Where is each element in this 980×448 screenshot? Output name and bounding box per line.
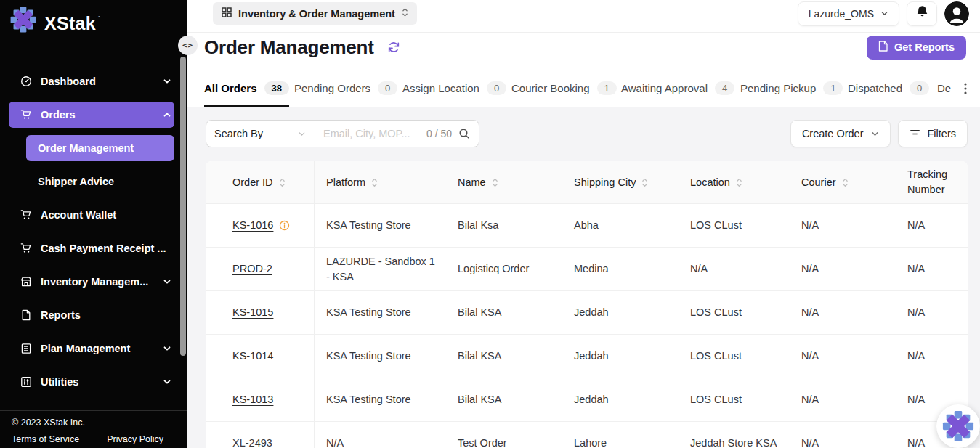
tab-count-badge: 1 <box>823 81 843 95</box>
sidebar-scrollbar[interactable] <box>180 57 186 356</box>
tab-label: Awaiting Approval <box>621 82 708 94</box>
avatar[interactable] <box>944 1 969 26</box>
cell-shipping-city: Jeddah <box>562 335 679 378</box>
page-title: Order Management <box>204 36 374 59</box>
privacy-link[interactable]: Privacy Policy <box>107 434 163 444</box>
orders-table: Order IDPlatformNameShipping CityLocatio… <box>206 161 968 448</box>
cell-courier: N/A <box>790 248 896 290</box>
notifications-button[interactable] <box>907 1 937 26</box>
cell-order-id: PROD-2 <box>206 248 315 290</box>
workspace-selector[interactable]: Lazurde_OMS <box>798 1 899 26</box>
sidebar-item-orders[interactable]: Orders <box>9 102 174 128</box>
cell-shipping-city: Abha <box>562 204 679 247</box>
tabs-overflow-menu[interactable] <box>961 80 970 97</box>
get-reports-button[interactable]: Get Reports <box>867 36 966 60</box>
table-row-ks-1014: KS-1014KSA Testing StoreBilal KSAJeddahL… <box>206 335 968 378</box>
tab-pending-pickup[interactable]: Pending Pickup1 <box>740 69 843 107</box>
tab-courier-booking[interactable]: Courier Booking1 <box>511 69 617 107</box>
sidebar-item-label: Utilities <box>41 376 78 388</box>
xstak-floating-widget[interactable] <box>936 404 980 448</box>
main-area: Inventory & Order Management Lazurde_OMS… <box>187 0 980 448</box>
filter-icon <box>910 127 920 140</box>
tab-count-badge: 1 <box>597 81 617 95</box>
sidebar-item-shipper-advice[interactable]: Shipper Advice <box>0 168 174 195</box>
refresh-icon[interactable] <box>387 41 400 54</box>
column-header-courier[interactable]: Courier <box>790 161 896 203</box>
sidebar-item-order-management[interactable]: Order Management <box>26 135 174 161</box>
table-row-xl-2493: XL-2493N/ATest OrderLahoreJeddah Store K… <box>206 422 968 448</box>
xstak-logo-icon <box>9 6 37 36</box>
sidebar-item-label: Plan Management <box>41 343 130 354</box>
create-order-button[interactable]: Create Order <box>790 120 891 147</box>
order-id-link[interactable]: KS-1014 <box>232 349 273 364</box>
cell-location: LOS CLust <box>679 204 790 247</box>
sidebar-item-cash-payment-receipt[interactable]: Cash Payment Receipt ... <box>0 235 174 261</box>
cell-tracking: N/A <box>896 204 968 247</box>
terms-link[interactable]: Terms of Service <box>12 434 79 444</box>
sidebar-item-account-wallet[interactable]: Account Wallet <box>0 202 174 228</box>
tab-assign-location[interactable]: Assign Location0 <box>402 69 506 107</box>
column-header-shipping-city[interactable]: Shipping City <box>562 161 679 203</box>
table-row-ks-1013: KS-1013KSA Testing StoreBilal KSAJeddahL… <box>206 378 968 422</box>
tab-label: Courier Booking <box>511 82 590 94</box>
table-row-ks-1015: KS-1015KSA Testing StoreBilal KSAJeddahL… <box>206 291 968 335</box>
sidebar-nav: DashboardOrdersOrder ManagementShipper A… <box>0 68 187 395</box>
app-switcher[interactable]: Inventory & Order Management <box>213 2 417 25</box>
sidebar-footer: © 2023 XStak Inc. Terms of Service Priva… <box>0 410 187 448</box>
cell-platform: KSA Testing Store <box>315 291 446 334</box>
tab-awaiting-approval[interactable]: Awaiting Approval4 <box>621 69 734 107</box>
order-id-link[interactable]: KS-1015 <box>232 305 273 320</box>
sidebar-item-label: Dashboard <box>41 76 96 87</box>
search-input[interactable] <box>315 128 426 139</box>
sort-icon <box>736 177 742 188</box>
cell-name: Bilal Ksa <box>446 204 562 247</box>
tab-dispatched[interactable]: Dispatched0 <box>848 69 929 107</box>
document-icon <box>20 309 32 321</box>
column-header-order-id[interactable]: Order ID <box>206 161 315 203</box>
warning-icon[interactable] <box>279 220 290 231</box>
chevron-down-icon <box>163 344 171 353</box>
brand-logo[interactable]: XStak˙ <box>0 0 187 38</box>
column-header-tracking-number: Tracking Number <box>896 161 968 203</box>
sidebar-collapse-button[interactable]: <> <box>178 36 198 55</box>
column-header-name[interactable]: Name <box>446 161 562 203</box>
tab-label: Dispatched <box>848 82 902 94</box>
search-row: Search By 0 / 50 Create Order Filters <box>206 120 968 147</box>
chevron-down-icon <box>163 378 171 386</box>
gauge-icon <box>20 76 32 87</box>
order-id-link[interactable]: PROD-2 <box>232 261 272 277</box>
cell-tracking: N/A <box>896 291 968 334</box>
search-icon[interactable] <box>458 128 470 139</box>
tabs-bar: All Orders38Pending Orders0Assign Locati… <box>187 69 980 107</box>
tab-count-badge: 0 <box>378 81 397 95</box>
sidebar-item-label: Cash Payment Receipt ... <box>41 243 166 254</box>
store-icon <box>20 276 32 288</box>
bell-icon <box>915 5 929 22</box>
table-body: KS-1016KSA Testing StoreBilal KsaAbhaLOS… <box>206 204 968 448</box>
tab-de[interactable]: De <box>937 69 951 107</box>
cell-shipping-city: Jeddah <box>562 378 679 421</box>
brand-name: XStak˙ <box>44 6 101 38</box>
tab-pending-orders[interactable]: Pending Orders0 <box>294 69 397 107</box>
sidebar-item-label: Account Wallet <box>41 209 116 221</box>
column-header-platform[interactable]: Platform <box>315 161 446 203</box>
filters-button[interactable]: Filters <box>898 120 968 147</box>
sidebar-item-dashboard[interactable]: Dashboard <box>0 68 174 94</box>
order-id-link[interactable]: KS-1013 <box>232 392 273 407</box>
cell-name: Test Order <box>446 422 562 448</box>
sidebar-item-inventory-managem[interactable]: Inventory Managem... <box>0 269 174 295</box>
cell-courier: N/A <box>790 204 896 247</box>
order-id-link[interactable]: KS-1016 <box>232 218 273 233</box>
cell-location: N/A <box>679 248 790 290</box>
sidebar-item-reports[interactable]: Reports <box>0 302 174 328</box>
cell-platform: KSA Testing Store <box>315 378 446 421</box>
sidebar-item-label: Order Management <box>38 142 134 154</box>
cell-name: Bilal KSA <box>446 291 562 334</box>
column-header-location[interactable]: Location <box>679 161 790 203</box>
sidebar-item-plan-management[interactable]: Plan Management <box>0 335 174 362</box>
cell-shipping-city: Jeddah <box>562 291 679 334</box>
search-by-dropdown[interactable]: Search By <box>206 121 315 147</box>
sidebar-item-utilities[interactable]: Utilities <box>0 369 174 395</box>
sidebar: XStak˙ DashboardOrdersOrder ManagementSh… <box>0 0 187 448</box>
tab-all-orders[interactable]: All Orders38 <box>204 69 289 107</box>
